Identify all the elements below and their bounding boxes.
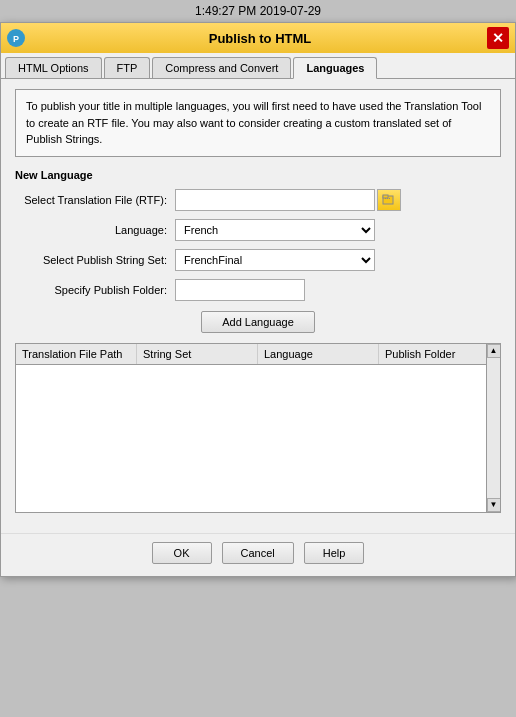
svg-rect-3 <box>383 195 388 198</box>
rtf-label: Select Translation File (RTF): <box>15 194 175 206</box>
publish-folder-row: Specify Publish Folder: <box>15 279 501 301</box>
title-bar: P Publish to HTML ✕ <box>1 23 515 53</box>
tab-ftp[interactable]: FTP <box>104 57 151 78</box>
window-title: Publish to HTML <box>33 31 487 46</box>
ok-button[interactable]: OK <box>152 542 212 564</box>
help-button[interactable]: Help <box>304 542 365 564</box>
col-string-set: String Set <box>137 344 258 364</box>
col-translation-file: Translation File Path <box>16 344 137 364</box>
section-new-language: New Language <box>15 169 501 181</box>
svg-rect-6 <box>389 198 390 199</box>
languages-table: Translation File Path String Set Languag… <box>15 343 501 513</box>
scroll-up[interactable]: ▲ <box>487 344 501 358</box>
language-row: Language: French Spanish German Italian … <box>15 219 501 241</box>
svg-rect-4 <box>385 198 386 199</box>
rtf-input[interactable] <box>175 189 375 211</box>
browse-button[interactable] <box>377 189 401 211</box>
tab-html-options[interactable]: HTML Options <box>5 57 102 78</box>
close-button[interactable]: ✕ <box>487 27 509 49</box>
language-label: Language: <box>15 224 175 236</box>
scrollbar[interactable]: ▲ ▼ <box>486 344 500 512</box>
publish-folder-label: Specify Publish Folder: <box>15 284 175 296</box>
info-text: To publish your title in multiple langua… <box>15 89 501 157</box>
main-content: To publish your title in multiple langua… <box>1 79 515 533</box>
tab-compress-convert[interactable]: Compress and Convert <box>152 57 291 78</box>
svg-rect-5 <box>387 198 388 199</box>
language-select[interactable]: French Spanish German Italian Portuguese <box>175 219 375 241</box>
string-set-row: Select Publish String Set: FrenchFinal <box>15 249 501 271</box>
table-header: Translation File Path String Set Languag… <box>16 344 500 365</box>
tab-languages[interactable]: Languages <box>293 57 377 79</box>
cancel-button[interactable]: Cancel <box>222 542 294 564</box>
rtf-row: Select Translation File (RTF): <box>15 189 501 211</box>
tab-bar: HTML Options FTP Compress and Convert La… <box>1 53 515 79</box>
svg-text:P: P <box>13 34 19 44</box>
add-language-row: Add Language <box>15 311 501 333</box>
table-body <box>16 365 500 495</box>
publish-window: P Publish to HTML ✕ HTML Options FTP Com… <box>0 22 516 577</box>
app-icon: P <box>7 29 25 47</box>
string-set-label: Select Publish String Set: <box>15 254 175 266</box>
col-language: Language <box>258 344 379 364</box>
string-set-select[interactable]: FrenchFinal <box>175 249 375 271</box>
publish-folder-input[interactable] <box>175 279 305 301</box>
scroll-down[interactable]: ▼ <box>487 498 501 512</box>
rtf-input-group <box>175 189 401 211</box>
add-language-button[interactable]: Add Language <box>201 311 315 333</box>
footer: OK Cancel Help <box>1 533 515 576</box>
col-publish-folder: Publish Folder <box>379 344 500 364</box>
taskbar-time: 1:49:27 PM 2019-07-29 <box>0 0 516 22</box>
